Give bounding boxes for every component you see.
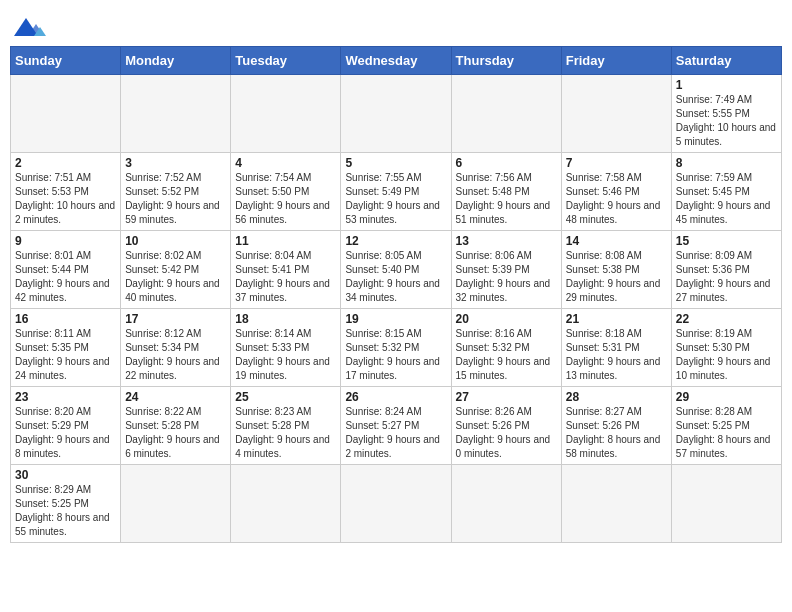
day-number: 8: [676, 156, 777, 170]
calendar-cell: 4Sunrise: 7:54 AM Sunset: 5:50 PM Daylig…: [231, 153, 341, 231]
day-info: Sunrise: 7:59 AM Sunset: 5:45 PM Dayligh…: [676, 171, 777, 227]
calendar-cell: [451, 75, 561, 153]
calendar-cell: [231, 465, 341, 543]
logo: [14, 10, 52, 40]
day-info: Sunrise: 8:09 AM Sunset: 5:36 PM Dayligh…: [676, 249, 777, 305]
calendar-cell: 18Sunrise: 8:14 AM Sunset: 5:33 PM Dayli…: [231, 309, 341, 387]
calendar-cell: [561, 465, 671, 543]
logo-icon: [14, 18, 52, 36]
day-info: Sunrise: 8:12 AM Sunset: 5:34 PM Dayligh…: [125, 327, 226, 383]
calendar-cell: [341, 75, 451, 153]
day-info: Sunrise: 8:23 AM Sunset: 5:28 PM Dayligh…: [235, 405, 336, 461]
calendar-cell: 3Sunrise: 7:52 AM Sunset: 5:52 PM Daylig…: [121, 153, 231, 231]
day-number: 24: [125, 390, 226, 404]
day-info: Sunrise: 8:24 AM Sunset: 5:27 PM Dayligh…: [345, 405, 446, 461]
day-number: 27: [456, 390, 557, 404]
day-info: Sunrise: 8:02 AM Sunset: 5:42 PM Dayligh…: [125, 249, 226, 305]
day-info: Sunrise: 8:20 AM Sunset: 5:29 PM Dayligh…: [15, 405, 116, 461]
calendar-cell: 16Sunrise: 8:11 AM Sunset: 5:35 PM Dayli…: [11, 309, 121, 387]
day-info: Sunrise: 8:01 AM Sunset: 5:44 PM Dayligh…: [15, 249, 116, 305]
day-info: Sunrise: 7:51 AM Sunset: 5:53 PM Dayligh…: [15, 171, 116, 227]
day-number: 15: [676, 234, 777, 248]
calendar-cell: 8Sunrise: 7:59 AM Sunset: 5:45 PM Daylig…: [671, 153, 781, 231]
day-info: Sunrise: 7:52 AM Sunset: 5:52 PM Dayligh…: [125, 171, 226, 227]
day-info: Sunrise: 8:18 AM Sunset: 5:31 PM Dayligh…: [566, 327, 667, 383]
calendar-cell: 28Sunrise: 8:27 AM Sunset: 5:26 PM Dayli…: [561, 387, 671, 465]
day-info: Sunrise: 8:15 AM Sunset: 5:32 PM Dayligh…: [345, 327, 446, 383]
calendar-cell: 7Sunrise: 7:58 AM Sunset: 5:46 PM Daylig…: [561, 153, 671, 231]
day-number: 30: [15, 468, 116, 482]
calendar-header-row: SundayMondayTuesdayWednesdayThursdayFrid…: [11, 47, 782, 75]
calendar-week-3: 16Sunrise: 8:11 AM Sunset: 5:35 PM Dayli…: [11, 309, 782, 387]
calendar-cell: 15Sunrise: 8:09 AM Sunset: 5:36 PM Dayli…: [671, 231, 781, 309]
calendar-cell: 26Sunrise: 8:24 AM Sunset: 5:27 PM Dayli…: [341, 387, 451, 465]
day-number: 26: [345, 390, 446, 404]
calendar-week-2: 9Sunrise: 8:01 AM Sunset: 5:44 PM Daylig…: [11, 231, 782, 309]
calendar-cell: 5Sunrise: 7:55 AM Sunset: 5:49 PM Daylig…: [341, 153, 451, 231]
day-info: Sunrise: 7:58 AM Sunset: 5:46 PM Dayligh…: [566, 171, 667, 227]
calendar-cell: [341, 465, 451, 543]
calendar-cell: 30Sunrise: 8:29 AM Sunset: 5:25 PM Dayli…: [11, 465, 121, 543]
day-info: Sunrise: 8:19 AM Sunset: 5:30 PM Dayligh…: [676, 327, 777, 383]
calendar-cell: 25Sunrise: 8:23 AM Sunset: 5:28 PM Dayli…: [231, 387, 341, 465]
day-info: Sunrise: 7:56 AM Sunset: 5:48 PM Dayligh…: [456, 171, 557, 227]
calendar-cell: 19Sunrise: 8:15 AM Sunset: 5:32 PM Dayli…: [341, 309, 451, 387]
weekday-header-monday: Monday: [121, 47, 231, 75]
day-info: Sunrise: 7:55 AM Sunset: 5:49 PM Dayligh…: [345, 171, 446, 227]
calendar-cell: 9Sunrise: 8:01 AM Sunset: 5:44 PM Daylig…: [11, 231, 121, 309]
day-info: Sunrise: 8:11 AM Sunset: 5:35 PM Dayligh…: [15, 327, 116, 383]
calendar-cell: 17Sunrise: 8:12 AM Sunset: 5:34 PM Dayli…: [121, 309, 231, 387]
day-info: Sunrise: 8:14 AM Sunset: 5:33 PM Dayligh…: [235, 327, 336, 383]
day-number: 18: [235, 312, 336, 326]
weekday-header-thursday: Thursday: [451, 47, 561, 75]
day-info: Sunrise: 7:49 AM Sunset: 5:55 PM Dayligh…: [676, 93, 777, 149]
calendar-week-5: 30Sunrise: 8:29 AM Sunset: 5:25 PM Dayli…: [11, 465, 782, 543]
day-number: 5: [345, 156, 446, 170]
day-number: 20: [456, 312, 557, 326]
calendar-week-4: 23Sunrise: 8:20 AM Sunset: 5:29 PM Dayli…: [11, 387, 782, 465]
day-info: Sunrise: 8:27 AM Sunset: 5:26 PM Dayligh…: [566, 405, 667, 461]
day-number: 29: [676, 390, 777, 404]
calendar-week-0: 1Sunrise: 7:49 AM Sunset: 5:55 PM Daylig…: [11, 75, 782, 153]
day-info: Sunrise: 8:26 AM Sunset: 5:26 PM Dayligh…: [456, 405, 557, 461]
day-number: 1: [676, 78, 777, 92]
calendar-cell: 1Sunrise: 7:49 AM Sunset: 5:55 PM Daylig…: [671, 75, 781, 153]
calendar-cell: [11, 75, 121, 153]
day-info: Sunrise: 8:06 AM Sunset: 5:39 PM Dayligh…: [456, 249, 557, 305]
calendar-cell: 29Sunrise: 8:28 AM Sunset: 5:25 PM Dayli…: [671, 387, 781, 465]
calendar-cell: 14Sunrise: 8:08 AM Sunset: 5:38 PM Dayli…: [561, 231, 671, 309]
day-info: Sunrise: 8:05 AM Sunset: 5:40 PM Dayligh…: [345, 249, 446, 305]
calendar-cell: 13Sunrise: 8:06 AM Sunset: 5:39 PM Dayli…: [451, 231, 561, 309]
day-number: 10: [125, 234, 226, 248]
day-number: 22: [676, 312, 777, 326]
day-number: 28: [566, 390, 667, 404]
weekday-header-tuesday: Tuesday: [231, 47, 341, 75]
calendar-cell: 12Sunrise: 8:05 AM Sunset: 5:40 PM Dayli…: [341, 231, 451, 309]
calendar-cell: 23Sunrise: 8:20 AM Sunset: 5:29 PM Dayli…: [11, 387, 121, 465]
calendar-cell: [561, 75, 671, 153]
calendar-cell: [671, 465, 781, 543]
day-info: Sunrise: 8:04 AM Sunset: 5:41 PM Dayligh…: [235, 249, 336, 305]
calendar-cell: 10Sunrise: 8:02 AM Sunset: 5:42 PM Dayli…: [121, 231, 231, 309]
day-number: 19: [345, 312, 446, 326]
day-number: 14: [566, 234, 667, 248]
weekday-header-saturday: Saturday: [671, 47, 781, 75]
day-number: 16: [15, 312, 116, 326]
day-info: Sunrise: 8:28 AM Sunset: 5:25 PM Dayligh…: [676, 405, 777, 461]
day-number: 3: [125, 156, 226, 170]
day-number: 4: [235, 156, 336, 170]
calendar-cell: 24Sunrise: 8:22 AM Sunset: 5:28 PM Dayli…: [121, 387, 231, 465]
day-number: 17: [125, 312, 226, 326]
calendar-table: SundayMondayTuesdayWednesdayThursdayFrid…: [10, 46, 782, 543]
calendar-cell: [121, 75, 231, 153]
day-info: Sunrise: 8:29 AM Sunset: 5:25 PM Dayligh…: [15, 483, 116, 539]
calendar-cell: 6Sunrise: 7:56 AM Sunset: 5:48 PM Daylig…: [451, 153, 561, 231]
weekday-header-wednesday: Wednesday: [341, 47, 451, 75]
calendar-cell: 27Sunrise: 8:26 AM Sunset: 5:26 PM Dayli…: [451, 387, 561, 465]
day-number: 21: [566, 312, 667, 326]
day-number: 13: [456, 234, 557, 248]
calendar-cell: 2Sunrise: 7:51 AM Sunset: 5:53 PM Daylig…: [11, 153, 121, 231]
day-info: Sunrise: 8:16 AM Sunset: 5:32 PM Dayligh…: [456, 327, 557, 383]
calendar-cell: [451, 465, 561, 543]
calendar-cell: 11Sunrise: 8:04 AM Sunset: 5:41 PM Dayli…: [231, 231, 341, 309]
